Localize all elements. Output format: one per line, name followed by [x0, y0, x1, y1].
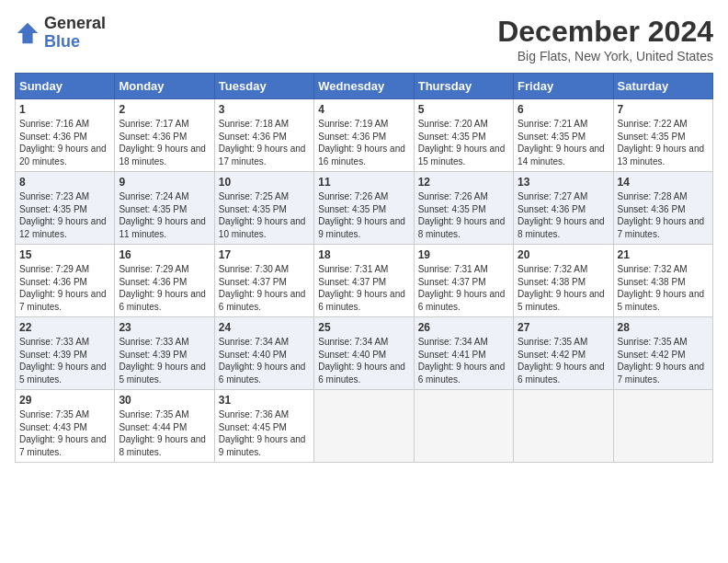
day-number: 20	[518, 248, 609, 261]
logo: General Blue	[15, 15, 106, 52]
day-info: Sunrise: 7:21 AMSunset: 4:35 PMDaylight:…	[518, 118, 609, 167]
calendar-day-cell: 24Sunrise: 7:34 AMSunset: 4:40 PMDayligh…	[214, 317, 313, 390]
day-number: 1	[19, 103, 110, 116]
calendar-day-cell: 25Sunrise: 7:34 AMSunset: 4:40 PMDayligh…	[314, 317, 414, 390]
calendar-day-cell: 4Sunrise: 7:19 AMSunset: 4:36 PMDaylight…	[314, 99, 414, 172]
day-number: 18	[318, 248, 409, 261]
svg-marker-0	[17, 23, 38, 43]
day-number: 14	[618, 176, 709, 189]
day-info: Sunrise: 7:32 AMSunset: 4:38 PMDaylight:…	[518, 263, 609, 313]
logo-blue: Blue	[44, 33, 106, 52]
day-info: Sunrise: 7:35 AMSunset: 4:42 PMDaylight:…	[518, 336, 609, 385]
calendar-day-cell: 13Sunrise: 7:27 AMSunset: 4:36 PMDayligh…	[514, 172, 613, 245]
day-info: Sunrise: 7:31 AMSunset: 4:37 PMDaylight:…	[418, 263, 509, 313]
day-info: Sunrise: 7:30 AMSunset: 4:37 PMDaylight:…	[219, 263, 310, 313]
day-info: Sunrise: 7:26 AMSunset: 4:35 PMDaylight:…	[418, 190, 509, 240]
calendar-day-cell: 12Sunrise: 7:26 AMSunset: 4:35 PMDayligh…	[414, 172, 513, 245]
day-number: 11	[318, 176, 409, 189]
calendar-header-saturday: Saturday	[613, 74, 712, 99]
calendar-day-cell: 26Sunrise: 7:34 AMSunset: 4:41 PMDayligh…	[414, 317, 513, 390]
calendar-day-cell: 23Sunrise: 7:33 AMSunset: 4:39 PMDayligh…	[115, 317, 214, 390]
calendar-week-row: 8Sunrise: 7:23 AMSunset: 4:35 PMDaylight…	[16, 172, 713, 245]
calendar-day-cell: 21Sunrise: 7:32 AMSunset: 4:38 PMDayligh…	[613, 245, 712, 317]
calendar-day-cell: 30Sunrise: 7:35 AMSunset: 4:44 PMDayligh…	[115, 390, 214, 463]
day-info: Sunrise: 7:17 AMSunset: 4:36 PMDaylight:…	[119, 118, 210, 167]
calendar-day-cell: 3Sunrise: 7:18 AMSunset: 4:36 PMDaylight…	[214, 99, 313, 172]
calendar-day-cell: 9Sunrise: 7:24 AMSunset: 4:35 PMDaylight…	[115, 172, 214, 245]
day-number: 30	[119, 394, 210, 407]
day-info: Sunrise: 7:16 AMSunset: 4:36 PMDaylight:…	[19, 118, 110, 167]
day-info: Sunrise: 7:20 AMSunset: 4:35 PMDaylight:…	[418, 118, 509, 167]
day-number: 7	[618, 103, 709, 116]
calendar-day-cell	[613, 390, 712, 463]
day-info: Sunrise: 7:36 AMSunset: 4:45 PMDaylight:…	[219, 408, 310, 458]
day-info: Sunrise: 7:19 AMSunset: 4:36 PMDaylight:…	[318, 118, 409, 167]
calendar-header-sunday: Sunday	[16, 74, 115, 99]
day-number: 21	[618, 248, 709, 261]
calendar-day-cell: 19Sunrise: 7:31 AMSunset: 4:37 PMDayligh…	[414, 245, 513, 317]
calendar-day-cell: 6Sunrise: 7:21 AMSunset: 4:35 PMDaylight…	[514, 99, 613, 172]
calendar-day-cell: 16Sunrise: 7:29 AMSunset: 4:36 PMDayligh…	[115, 245, 214, 317]
calendar-day-cell: 22Sunrise: 7:33 AMSunset: 4:39 PMDayligh…	[16, 317, 115, 390]
day-number: 9	[119, 176, 210, 189]
day-number: 28	[618, 321, 709, 334]
calendar-header-monday: Monday	[115, 74, 214, 99]
day-number: 29	[19, 394, 110, 407]
day-info: Sunrise: 7:29 AMSunset: 4:36 PMDaylight:…	[19, 263, 110, 313]
day-number: 23	[119, 321, 210, 334]
day-info: Sunrise: 7:28 AMSunset: 4:36 PMDaylight:…	[618, 190, 709, 240]
day-number: 24	[219, 321, 310, 334]
day-number: 31	[219, 394, 310, 407]
calendar-week-row: 15Sunrise: 7:29 AMSunset: 4:36 PMDayligh…	[16, 245, 713, 317]
day-number: 8	[19, 176, 110, 189]
day-number: 16	[119, 248, 210, 261]
calendar-day-cell	[314, 390, 414, 463]
day-number: 12	[418, 176, 509, 189]
month-title: December 2024	[497, 15, 713, 49]
calendar-header-row: SundayMondayTuesdayWednesdayThursdayFrid…	[16, 74, 713, 99]
day-info: Sunrise: 7:23 AMSunset: 4:35 PMDaylight:…	[19, 190, 110, 240]
day-info: Sunrise: 7:33 AMSunset: 4:39 PMDaylight:…	[19, 336, 110, 385]
day-info: Sunrise: 7:24 AMSunset: 4:35 PMDaylight:…	[119, 190, 210, 240]
calendar-day-cell: 14Sunrise: 7:28 AMSunset: 4:36 PMDayligh…	[613, 172, 712, 245]
day-info: Sunrise: 7:35 AMSunset: 4:44 PMDaylight:…	[119, 408, 210, 458]
day-info: Sunrise: 7:35 AMSunset: 4:43 PMDaylight:…	[19, 408, 110, 458]
day-number: 4	[318, 103, 409, 116]
day-number: 17	[219, 248, 310, 261]
calendar-day-cell: 28Sunrise: 7:35 AMSunset: 4:42 PMDayligh…	[613, 317, 712, 390]
calendar-day-cell: 31Sunrise: 7:36 AMSunset: 4:45 PMDayligh…	[214, 390, 313, 463]
calendar-day-cell: 5Sunrise: 7:20 AMSunset: 4:35 PMDaylight…	[414, 99, 513, 172]
day-info: Sunrise: 7:35 AMSunset: 4:42 PMDaylight:…	[618, 336, 709, 385]
location: Big Flats, New York, United States	[497, 49, 713, 63]
day-info: Sunrise: 7:34 AMSunset: 4:40 PMDaylight:…	[219, 336, 310, 385]
calendar-day-cell: 18Sunrise: 7:31 AMSunset: 4:37 PMDayligh…	[314, 245, 414, 317]
day-number: 6	[518, 103, 609, 116]
calendar-day-cell: 10Sunrise: 7:25 AMSunset: 4:35 PMDayligh…	[214, 172, 313, 245]
day-info: Sunrise: 7:22 AMSunset: 4:35 PMDaylight:…	[618, 118, 709, 167]
title-area: December 2024 Big Flats, New York, Unite…	[497, 15, 713, 63]
calendar-header-thursday: Thursday	[414, 74, 513, 99]
calendar-day-cell: 27Sunrise: 7:35 AMSunset: 4:42 PMDayligh…	[514, 317, 613, 390]
page-header: General Blue December 2024 Big Flats, Ne…	[15, 15, 713, 63]
calendar-day-cell: 8Sunrise: 7:23 AMSunset: 4:35 PMDaylight…	[16, 172, 115, 245]
day-number: 13	[518, 176, 609, 189]
calendar-day-cell: 17Sunrise: 7:30 AMSunset: 4:37 PMDayligh…	[214, 245, 313, 317]
day-number: 27	[518, 321, 609, 334]
calendar-week-row: 22Sunrise: 7:33 AMSunset: 4:39 PMDayligh…	[16, 317, 713, 390]
day-info: Sunrise: 7:25 AMSunset: 4:35 PMDaylight:…	[219, 190, 310, 240]
day-number: 22	[19, 321, 110, 334]
day-info: Sunrise: 7:18 AMSunset: 4:36 PMDaylight:…	[219, 118, 310, 167]
day-info: Sunrise: 7:27 AMSunset: 4:36 PMDaylight:…	[518, 190, 609, 240]
day-info: Sunrise: 7:29 AMSunset: 4:36 PMDaylight:…	[119, 263, 210, 313]
calendar-day-cell: 7Sunrise: 7:22 AMSunset: 4:35 PMDaylight…	[613, 99, 712, 172]
day-number: 3	[219, 103, 310, 116]
logo-text: General Blue	[44, 15, 106, 52]
calendar-week-row: 29Sunrise: 7:35 AMSunset: 4:43 PMDayligh…	[16, 390, 713, 463]
day-info: Sunrise: 7:34 AMSunset: 4:40 PMDaylight:…	[318, 336, 409, 385]
calendar-day-cell: 20Sunrise: 7:32 AMSunset: 4:38 PMDayligh…	[514, 245, 613, 317]
day-number: 19	[418, 248, 509, 261]
calendar-day-cell: 15Sunrise: 7:29 AMSunset: 4:36 PMDayligh…	[16, 245, 115, 317]
calendar-day-cell	[414, 390, 513, 463]
calendar-day-cell: 11Sunrise: 7:26 AMSunset: 4:35 PMDayligh…	[314, 172, 414, 245]
calendar-day-cell: 29Sunrise: 7:35 AMSunset: 4:43 PMDayligh…	[16, 390, 115, 463]
